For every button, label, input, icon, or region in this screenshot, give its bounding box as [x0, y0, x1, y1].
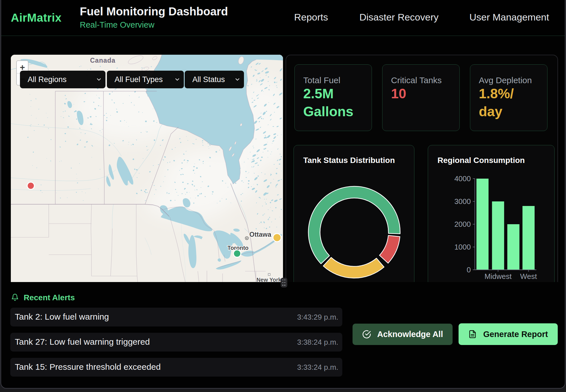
svg-text:3000: 3000	[454, 197, 471, 206]
svg-text:West: West	[520, 272, 537, 281]
svg-text:New York: New York	[256, 277, 281, 282]
svg-text:Midwest: Midwest	[484, 272, 512, 281]
svg-text:1000: 1000	[454, 243, 471, 251]
svg-text:Ottawa: Ottawa	[249, 231, 271, 238]
svg-text:0: 0	[467, 266, 471, 274]
svg-text:4000: 4000	[454, 174, 471, 183]
svg-text:2000: 2000	[454, 220, 471, 228]
svg-text:Canada: Canada	[90, 57, 115, 64]
